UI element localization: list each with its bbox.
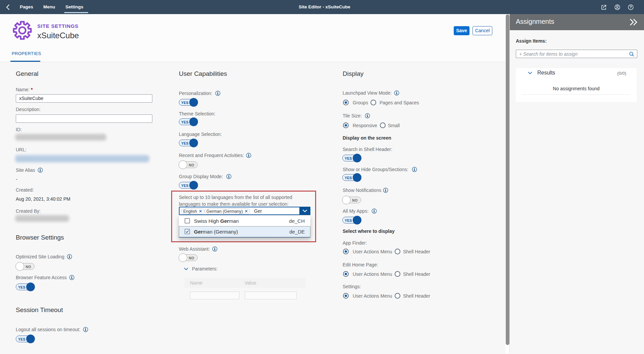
svg-text:?: ? [630,5,632,9]
